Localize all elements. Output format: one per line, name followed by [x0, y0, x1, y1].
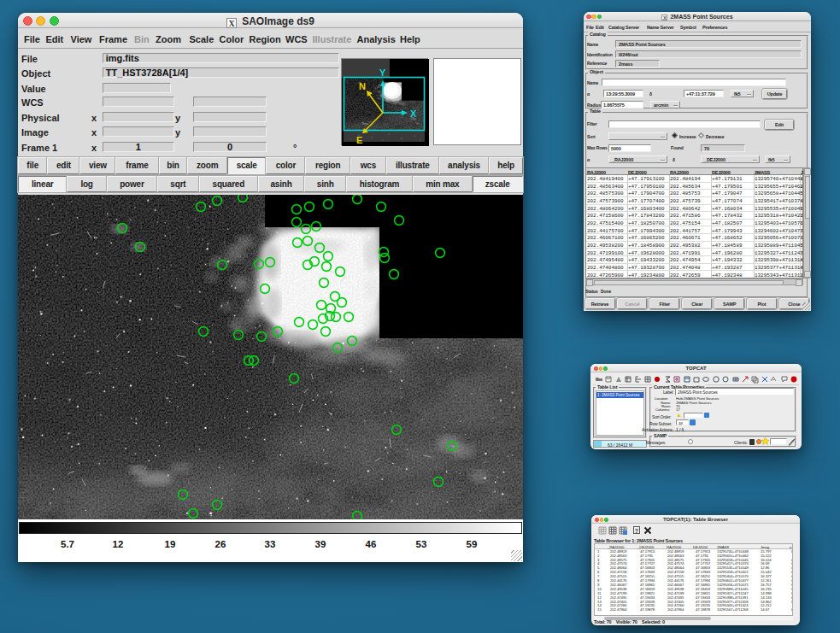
svg-text:X: X [410, 108, 417, 119]
svg-text:N: N [359, 81, 366, 91]
svg-text:Y: Y [379, 67, 386, 78]
svg-text:E: E [356, 135, 362, 145]
